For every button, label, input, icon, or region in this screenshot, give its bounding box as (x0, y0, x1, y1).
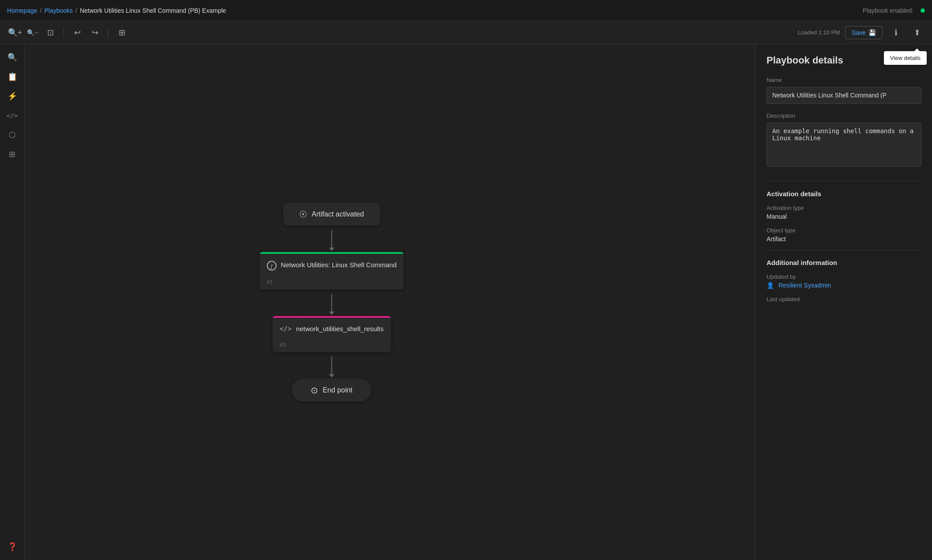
info-icon: ℹ (894, 28, 898, 37)
right-panel: View details Playbook details Name Descr… (755, 44, 932, 560)
divider-1 (767, 181, 921, 181)
arrow-2 (331, 290, 332, 316)
updated-by-label: Updated by (767, 273, 921, 280)
cases-icon: 📋 (8, 72, 17, 82)
toolbar-right: Loaded 1:10 PM Save 💾 ℹ ⬆ (798, 25, 925, 41)
breadcrumb-playbooks[interactable]: Playbooks (44, 7, 73, 14)
sidebar-item-search[interactable]: 🔍 (4, 49, 20, 65)
updated-by-link[interactable]: Resilient Sysadmin (778, 282, 831, 289)
export-button[interactable]: ⬆ (909, 25, 925, 41)
activation-type-value: Manual (767, 213, 921, 220)
help-icon: ❓ (8, 542, 17, 552)
zoom-out-button[interactable]: 🔍− (25, 25, 41, 41)
updated-by-value: 👤 Resilient Sysadmin (767, 282, 921, 289)
apps-icon: ⊞ (9, 149, 15, 159)
f-circle-icon: ƒ (267, 261, 276, 271)
end-node[interactable]: ⊙ End point (292, 379, 372, 402)
action-node-body: ƒ Network Utilities: Linux Shell Command (259, 254, 404, 277)
zoom-in-button[interactable]: 🔍+ (7, 25, 23, 41)
arrow-line-2 (331, 294, 332, 312)
left-sidebar: 🔍 📋 ⚡ </> ⬡ ⊞ ❓ (0, 44, 25, 560)
toolbar-sep1 (64, 27, 64, 38)
breadcrumb-sep2: / (75, 7, 77, 14)
grid-icon: ⊞ (119, 28, 125, 37)
activation-section-title: Activation details (767, 190, 921, 198)
script-node[interactable]: </> network_utilities_shell_results #3 (273, 316, 391, 352)
action-node-text: Network Utilities: Linux Shell Command (281, 260, 397, 269)
script-node-text: network_utilities_shell_results (296, 324, 383, 333)
save-label: Save (852, 29, 866, 36)
artifact-node-label: Artifact activated (312, 210, 364, 218)
description-textarea[interactable]: An example running shell commands on a L… (767, 123, 921, 167)
fingerprint-icon: ☉ (299, 209, 307, 220)
person-icon: 👤 (767, 282, 774, 289)
canvas: ☉ Artifact activated ƒ Network Utilities… (25, 44, 755, 560)
action-node[interactable]: ƒ Network Utilities: Linux Shell Command… (259, 252, 404, 290)
top-nav: Homepage / Playbooks / Network Utilities… (0, 0, 932, 21)
info-button[interactable]: ℹ (888, 25, 904, 41)
save-icon: 💾 (868, 29, 876, 36)
toolbar: 🔍+ 🔍− ⊡ ↩ ↪ ⊞ Loaded 1:10 PM Save 💾 ℹ ⬆ (0, 21, 932, 44)
fit-view-button[interactable]: ⊡ (42, 25, 58, 41)
zoom-in-icon: 🔍+ (8, 28, 23, 37)
network-icon: ⬡ (9, 130, 16, 140)
view-details-tooltip[interactable]: View details (884, 51, 927, 65)
last-updated-label: Last updated (767, 296, 921, 302)
arrow-line-1 (331, 230, 332, 248)
sidebar-item-playbooks[interactable]: ⚡ (4, 88, 20, 104)
artifact-node[interactable]: ☉ Artifact activated (283, 203, 380, 226)
undo-icon: ↩ (74, 28, 81, 37)
export-icon: ⬆ (914, 28, 921, 37)
nav-right: Playbook enabled: (863, 7, 925, 14)
main-area: 🔍 📋 ⚡ </> ⬡ ⊞ ❓ ☉ Artifact activated (0, 44, 932, 560)
action-node-icon: ƒ (267, 261, 276, 271)
breadcrumb: Homepage / Playbooks / Network Utilities… (7, 7, 226, 14)
toolbar-sep2 (108, 27, 109, 38)
activation-type-label: Activation type (767, 205, 921, 211)
loaded-timestamp: Loaded 1:10 PM (798, 29, 840, 36)
search-icon: 🔍 (8, 52, 17, 62)
breadcrumb-homepage[interactable]: Homepage (7, 7, 38, 14)
canvas-content: ☉ Artifact activated ƒ Network Utilities… (259, 203, 404, 402)
object-type-label: Object type (767, 227, 921, 234)
sidebar-item-apps[interactable]: ⊞ (4, 146, 20, 162)
name-input[interactable] (767, 87, 921, 104)
breadcrumb-sep1: / (40, 7, 42, 14)
redo-icon: ↪ (92, 28, 98, 37)
object-type-value: Artifact (767, 235, 921, 243)
script-node-body: </> network_utilities_shell_results (273, 318, 391, 340)
scripts-icon: </> (7, 112, 18, 119)
breadcrumb-current: Network Utilities Linux Shell Command (P… (80, 7, 226, 14)
action-node-num: #1 (259, 277, 404, 290)
description-label: Description (767, 112, 921, 119)
arrow-3 (331, 352, 332, 379)
end-node-label: End point (323, 386, 353, 394)
arrow-line-3 (331, 357, 332, 374)
zoom-out-icon: 🔍− (27, 29, 38, 36)
playbooks-icon: ⚡ (8, 91, 17, 101)
additional-section-title: Additional information (767, 259, 921, 266)
enabled-dot (921, 8, 925, 13)
fit-icon: ⊡ (47, 28, 54, 37)
sidebar-item-scripts[interactable]: </> (4, 108, 20, 123)
sidebar-item-help[interactable]: ❓ (4, 539, 20, 555)
save-button[interactable]: Save 💾 (845, 26, 883, 39)
divider-2 (767, 250, 921, 250)
arrow-1 (331, 226, 332, 252)
name-label: Name (767, 77, 921, 83)
redo-button[interactable]: ↪ (87, 25, 103, 41)
sidebar-item-cases[interactable]: 📋 (4, 69, 20, 85)
sidebar-item-network[interactable]: ⬡ (4, 127, 20, 143)
target-icon: ⊙ (311, 385, 318, 396)
script-node-num: #3 (273, 340, 391, 352)
undo-button[interactable]: ↩ (69, 25, 85, 41)
playbook-enabled-label: Playbook enabled: (863, 7, 913, 14)
script-node-icon: </> (280, 325, 292, 333)
grid-button[interactable]: ⊞ (114, 25, 130, 41)
